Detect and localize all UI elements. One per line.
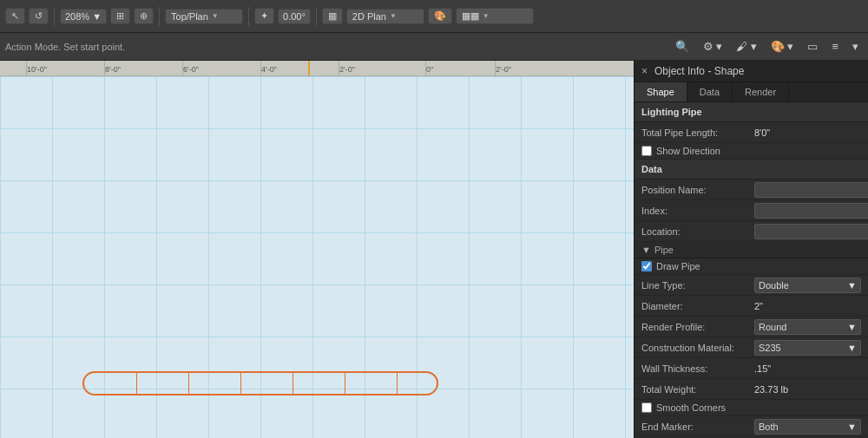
angle-value: 0.00° [283,11,306,22]
wall-thickness-value: .15" [754,363,861,374]
angle-tool[interactable]: ✦ [254,8,274,24]
pipe-shape[interactable] [82,371,438,396]
wall-thickness-label: Wall Thickness: [641,363,754,374]
render-profile-row: Render Profile: Round ▼ [635,317,868,337]
panel-title: Object Info - Shape [654,65,744,77]
grid-icon[interactable]: ⊞ [110,8,130,24]
view-mode-label: Top/Plan [171,11,208,22]
show-direction-row: Show Direction [635,143,868,160]
render-profile-value: Round [759,322,786,332]
location-row: Location: [635,221,868,242]
wall-thickness-row: Wall Thickness: .15" [635,358,868,379]
grid-toggle[interactable]: ▦ [322,8,343,24]
canvas-content[interactable] [0,76,634,438]
layers-icon[interactable]: ⊕ [134,8,154,24]
location-input[interactable] [754,224,868,239]
diameter-label: Diameter: [641,301,754,311]
extra-chevron: ▼ [483,12,490,20]
list-icon-btn[interactable]: ≡ [827,38,843,55]
end-marker-row: End Marker: Both ▼ [635,416,868,437]
render-mode-chevron: ▼ [390,12,397,20]
brush-icon-btn[interactable]: 🖌 ▾ [732,38,761,55]
ruler-indicator [308,61,310,75]
toolbar-top: ↖ ↺ 208% ▼ ⊞ ⊕ Top/Plan ▼ ✦ 0.00° ▦ 2D P… [0,0,868,33]
pipe-segment-4 [293,373,293,394]
view-mode-chevron: ▼ [212,12,219,20]
main-area: 10'-0" 8'-0" 6'-0" 4'-0" 2'-0" 0" 2'-0" [0,61,868,438]
tab-render[interactable]: Render [733,82,789,101]
pipe-segment-5 [345,373,345,394]
chevron-icon-btn[interactable]: ▾ [848,38,863,55]
pipe-section-label: Pipe [654,245,674,255]
show-direction-checkbox[interactable] [641,146,652,156]
zoom-control[interactable]: 208% ▼ [60,9,107,24]
data-section-header: Data [635,160,868,180]
zoom-chevron: ▼ [92,11,102,22]
end-marker-label: End Marker: [641,422,754,432]
render-profile-dropdown[interactable]: Round ▼ [754,319,861,335]
position-name-row: Position Name: [635,180,868,200]
construction-material-chevron: ▼ [847,343,857,353]
pipe-section-divider[interactable]: ▼ Pipe [635,242,868,258]
construction-material-dropdown[interactable]: S235 ▼ [754,340,861,356]
canvas-area[interactable]: 10'-0" 8'-0" 6'-0" 4'-0" 2'-0" 0" 2'-0" [0,61,634,438]
smooth-corners-checkbox[interactable] [641,402,652,413]
color-icon-btn[interactable]: 🎨 ▾ [766,38,799,55]
tab-data[interactable]: Data [687,82,733,101]
zoom-value: 208% [65,11,89,22]
panel-header: × Object Info - Shape [635,61,868,82]
render-mode-dropdown[interactable]: 2D Plan ▼ [346,9,424,24]
end-marker-chevron: ▼ [847,422,857,432]
arrow-tool[interactable]: ↖ [5,8,25,24]
total-pipe-length-value: 8'0" [754,127,861,138]
show-direction-label: Show Direction [656,146,720,156]
draw-pipe-label: Draw Pipe [656,261,700,271]
end-marker-value: Both [759,422,779,432]
ruler-mark-6: 6'-0" [182,61,199,75]
separator-2 [159,7,160,26]
extra-dropdown[interactable]: ▦▦ ▼ [456,8,534,24]
total-weight-value: 23.73 lb [754,384,861,395]
index-label: Index: [641,206,754,216]
rotate-tool[interactable]: ↺ [29,8,49,24]
draw-pipe-checkbox[interactable] [641,261,652,271]
location-label: Location: [641,226,754,237]
separator-4 [316,7,317,26]
diameter-row: Diameter: 2" [635,296,868,317]
smooth-corners-row: Smooth Corners [635,400,868,416]
pipe-segment-1 [136,373,137,394]
position-name-label: Position Name: [641,185,754,195]
ruler-mark-4: 4'-0" [260,61,277,75]
search-icon-btn[interactable]: 🔍 [671,38,694,55]
ruler-mark-8: 8'-0" [104,61,121,75]
pipe-segment-3 [240,373,241,394]
pipe-collapse-icon: ▼ [641,245,651,255]
index-input[interactable] [754,203,868,219]
line-type-value: Double [759,280,789,291]
color-mode[interactable]: 🎨 [428,8,452,24]
view-mode-dropdown[interactable]: Top/Plan ▼ [165,9,243,24]
tab-shape[interactable]: Shape [635,82,687,101]
draw-pipe-row: Draw Pipe [635,258,868,275]
settings-icon-btn[interactable]: ⚙ ▾ [699,38,727,55]
ruler-horizontal: 10'-0" 8'-0" 6'-0" 4'-0" 2'-0" 0" 2'-0" [0,61,634,76]
separator-3 [248,7,249,26]
right-panel: × Object Info - Shape Shape Data Render … [634,61,868,438]
angle-box[interactable]: 0.00° [278,9,311,24]
ruler-mark-10: 10'-0" [26,61,47,75]
rect-icon-btn[interactable]: ▭ [803,38,822,55]
total-weight-row: Total Weight: 23.73 lb [635,379,868,400]
render-profile-label: Render Profile: [641,322,754,332]
position-name-input[interactable] [754,182,868,198]
lighting-pipe-header: Lighting Pipe [635,102,868,122]
pipe-segment-6 [397,373,398,394]
pipe-segment-2 [188,373,189,394]
total-pipe-length-label: Total Pipe Length: [641,127,754,138]
status-text: Action Mode. Set start point. [5,42,125,52]
index-row: Index: [635,200,868,221]
ruler-mark-2: 2'-0" [339,61,355,75]
end-marker-dropdown[interactable]: Both ▼ [754,419,861,435]
line-type-dropdown[interactable]: Double ▼ [754,278,861,293]
close-button[interactable]: × [641,65,648,77]
separator-1 [54,7,55,26]
